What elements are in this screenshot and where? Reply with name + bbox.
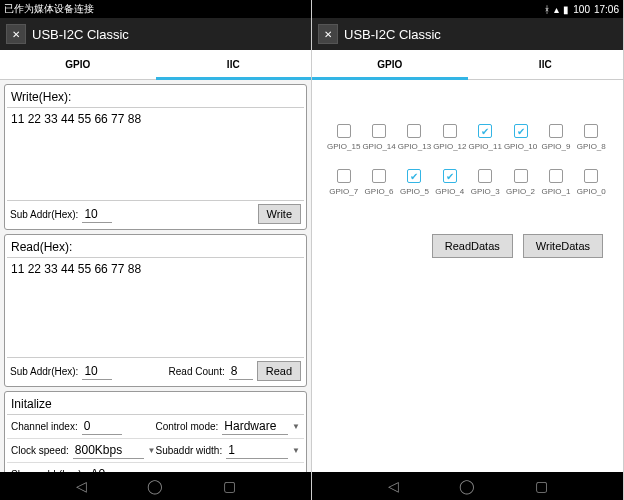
- gpio-checkbox[interactable]: [372, 169, 386, 183]
- device-left: 已作为媒体设备连接 ✕ USB-I2C Classic GPIO IIC Wri…: [0, 0, 312, 500]
- gpio-checkbox[interactable]: [584, 124, 598, 138]
- navbar: ◁ ◯ ▢: [0, 472, 311, 500]
- read-count-input[interactable]: [229, 363, 253, 380]
- app-title: USB-I2C Classic: [344, 27, 441, 42]
- gpio-checkbox[interactable]: [407, 124, 421, 138]
- gpio-checkbox[interactable]: [443, 124, 457, 138]
- gpio-cell: GPIO_1: [538, 169, 573, 196]
- gpio-checkbox[interactable]: ✔: [407, 169, 421, 183]
- write-subaddr-label: Sub Addr(Hex):: [10, 209, 78, 220]
- recent-icon[interactable]: ▢: [223, 478, 236, 494]
- gpio-checkbox[interactable]: [372, 124, 386, 138]
- gpio-label: GPIO_2: [506, 187, 535, 196]
- gpio-row: GPIO_7GPIO_6✔GPIO_5✔GPIO_4GPIO_3GPIO_2GP…: [326, 169, 609, 196]
- app-icon: ✕: [6, 24, 26, 44]
- chevron-down-icon: ▼: [148, 446, 156, 455]
- gpio-checkbox[interactable]: [584, 169, 598, 183]
- gpio-label: GPIO_0: [577, 187, 606, 196]
- gpio-cell: GPIO_0: [574, 169, 609, 196]
- tab-iic[interactable]: IIC: [468, 50, 624, 79]
- gpio-label: GPIO_7: [329, 187, 358, 196]
- gpio-grid: GPIO_15GPIO_14GPIO_13GPIO_12✔GPIO_11✔GPI…: [316, 84, 619, 224]
- status-text: 已作为媒体设备连接: [4, 2, 307, 16]
- gpio-label: GPIO_9: [541, 142, 570, 151]
- gpio-cell: GPIO_12: [432, 124, 467, 151]
- clock-select[interactable]: 800Kbps: [73, 442, 144, 459]
- init-panel: Initalize Channel index: Control mode: H…: [4, 391, 307, 472]
- gpio-cell: GPIO_6: [361, 169, 396, 196]
- gpio-cell: GPIO_8: [574, 124, 609, 151]
- read-datas-button[interactable]: ReadDatas: [432, 234, 513, 258]
- app-icon: ✕: [318, 24, 338, 44]
- content-iic: Write(Hex): Sub Addr(Hex): Write Read(He…: [0, 80, 311, 472]
- gpio-cell: ✔GPIO_4: [432, 169, 467, 196]
- gpio-cell: GPIO_9: [538, 124, 573, 151]
- gpio-label: GPIO_15: [327, 142, 360, 151]
- tab-gpio[interactable]: GPIO: [0, 50, 156, 79]
- gpio-cell: GPIO_3: [468, 169, 503, 196]
- gpio-cell: GPIO_7: [326, 169, 361, 196]
- home-icon[interactable]: ◯: [459, 478, 475, 494]
- gpio-label: GPIO_5: [400, 187, 429, 196]
- gpio-label: GPIO_12: [433, 142, 466, 151]
- read-output[interactable]: [7, 258, 304, 353]
- write-input[interactable]: [7, 108, 304, 196]
- gpio-label: GPIO_4: [435, 187, 464, 196]
- back-icon[interactable]: ◁: [388, 478, 399, 494]
- write-panel: Write(Hex): Sub Addr(Hex): Write: [4, 84, 307, 230]
- gpio-checkbox[interactable]: [514, 169, 528, 183]
- wifi-icon: ▴: [554, 4, 559, 15]
- subw-label: Subaddr width:: [156, 445, 223, 456]
- recent-icon[interactable]: ▢: [535, 478, 548, 494]
- read-header: Read(Hex):: [7, 237, 304, 258]
- gpio-checkbox[interactable]: [337, 124, 351, 138]
- statusbar-left: 已作为媒体设备连接: [0, 0, 311, 18]
- control-select[interactable]: Hardware: [222, 418, 288, 435]
- gpio-row: GPIO_15GPIO_14GPIO_13GPIO_12✔GPIO_11✔GPI…: [326, 124, 609, 151]
- home-icon[interactable]: ◯: [147, 478, 163, 494]
- gpio-label: GPIO_1: [541, 187, 570, 196]
- init-header: Initalize: [7, 394, 304, 415]
- gpio-label: GPIO_13: [398, 142, 431, 151]
- battery-icon: ▮: [563, 4, 569, 15]
- tab-iic[interactable]: IIC: [156, 50, 312, 79]
- bluetooth-icon: ᚼ: [544, 4, 550, 15]
- gpio-label: GPIO_11: [469, 142, 502, 151]
- gpio-cell: GPIO_15: [326, 124, 361, 151]
- gpio-cell: ✔GPIO_10: [503, 124, 538, 151]
- control-label: Control mode:: [156, 421, 219, 432]
- tabs: GPIO IIC: [0, 50, 311, 80]
- navbar: ◁ ◯ ▢: [312, 472, 623, 500]
- gpio-cell: GPIO_13: [397, 124, 432, 151]
- gpio-checkbox[interactable]: [478, 169, 492, 183]
- read-button[interactable]: Read: [257, 361, 301, 381]
- battery-level: 100: [573, 4, 590, 15]
- gpio-checkbox[interactable]: ✔: [443, 169, 457, 183]
- back-icon[interactable]: ◁: [76, 478, 87, 494]
- chevron-down-icon: ▼: [292, 446, 300, 455]
- write-button[interactable]: Write: [258, 204, 301, 224]
- gpio-checkbox[interactable]: ✔: [514, 124, 528, 138]
- gpio-checkbox[interactable]: [549, 124, 563, 138]
- gpio-checkbox[interactable]: ✔: [478, 124, 492, 138]
- device-right: ᚼ ▴ ▮ 100 17:06 ✕ USB-I2C Classic GPIO I…: [312, 0, 624, 500]
- write-datas-button[interactable]: WriteDatas: [523, 234, 603, 258]
- gpio-label: GPIO_10: [504, 142, 537, 151]
- subw-select[interactable]: 1: [226, 442, 288, 459]
- tab-gpio[interactable]: GPIO: [312, 50, 468, 79]
- read-subaddr-input[interactable]: [82, 363, 112, 380]
- clock-label: Clock speed:: [11, 445, 69, 456]
- gpio-label: GPIO_8: [577, 142, 606, 151]
- gpio-cell: GPIO_14: [361, 124, 396, 151]
- gpio-cell: GPIO_2: [503, 169, 538, 196]
- gpio-label: GPIO_14: [362, 142, 395, 151]
- gpio-cell: ✔GPIO_5: [397, 169, 432, 196]
- gpio-checkbox[interactable]: [549, 169, 563, 183]
- gpio-checkbox[interactable]: [337, 169, 351, 183]
- gpio-cell: ✔GPIO_11: [468, 124, 503, 151]
- actionbar: ✕ USB-I2C Classic: [312, 18, 623, 50]
- clock: 17:06: [594, 4, 619, 15]
- channel-input[interactable]: [82, 418, 122, 435]
- write-header: Write(Hex):: [7, 87, 304, 108]
- write-subaddr-input[interactable]: [82, 206, 112, 223]
